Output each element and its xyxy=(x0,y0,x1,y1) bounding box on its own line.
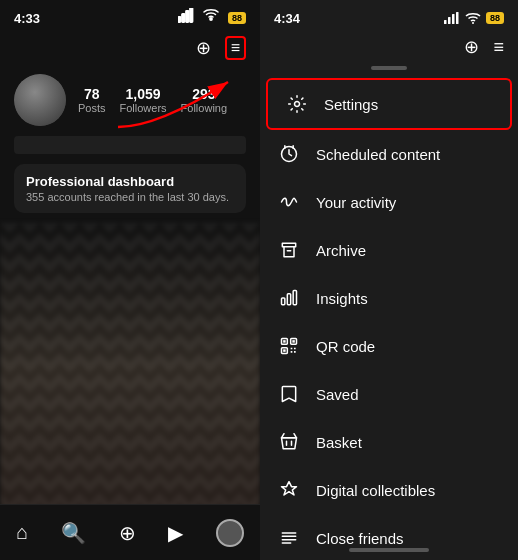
collectibles-label: Digital collectibles xyxy=(316,482,435,499)
archive-icon xyxy=(278,239,300,261)
svg-rect-14 xyxy=(287,294,290,305)
svg-rect-15 xyxy=(293,291,296,305)
menu-list: Settings Scheduled content Your activity xyxy=(260,78,518,560)
left-panel: 4:33 88 ⊕ ≡ 78 xyxy=(0,0,260,560)
menu-item-saved[interactable]: Saved xyxy=(260,370,518,418)
activity-svg xyxy=(279,192,299,212)
settings-svg xyxy=(287,94,307,114)
svg-rect-13 xyxy=(282,298,285,305)
basket-svg xyxy=(279,432,299,452)
posts-count: 78 xyxy=(84,86,100,102)
svg-rect-3 xyxy=(190,8,193,22)
bookmark-svg xyxy=(279,384,299,404)
scheduled-label: Scheduled content xyxy=(316,146,440,163)
menu-icon-right[interactable]: ≡ xyxy=(493,37,504,58)
profile-section: 78 Posts 1,059 Followers 293 Following xyxy=(0,64,260,136)
svg-rect-21 xyxy=(283,349,286,352)
activity-icon xyxy=(278,191,300,213)
svg-rect-6 xyxy=(444,20,447,24)
add-nav-icon[interactable]: ⊕ xyxy=(119,521,136,545)
top-bar-left: ⊕ ≡ xyxy=(0,32,260,64)
following-stat: 293 Following xyxy=(181,86,227,114)
svg-rect-19 xyxy=(292,340,295,343)
qrcode-label: QR code xyxy=(316,338,375,355)
add-icon-right[interactable]: ⊕ xyxy=(464,36,479,58)
basket-label: Basket xyxy=(316,434,362,451)
menu-item-basket[interactable]: Basket xyxy=(260,418,518,466)
insights-svg xyxy=(279,288,299,308)
posts-stat: 78 Posts xyxy=(78,86,106,114)
settings-icon xyxy=(286,93,308,115)
basket-icon xyxy=(278,431,300,453)
closefriends-label: Close friends xyxy=(316,530,404,547)
qr-icon xyxy=(278,335,300,357)
top-bar-right: ⊕ ≡ xyxy=(260,32,518,62)
collectibles-icon xyxy=(278,479,300,501)
right-panel: 4:34 88 ⊕ ≡ xyxy=(260,0,518,560)
home-indicator-bar xyxy=(260,548,518,552)
hamburger-menu-icon[interactable]: ≡ xyxy=(225,36,246,60)
svg-rect-9 xyxy=(456,12,459,24)
search-nav-icon[interactable]: 🔍 xyxy=(61,521,86,545)
list-svg xyxy=(279,528,299,548)
dashboard-subtitle: 355 accounts reached in the last 30 days… xyxy=(26,191,234,203)
add-icon[interactable]: ⊕ xyxy=(196,37,211,59)
menu-item-insights[interactable]: Insights xyxy=(260,274,518,322)
insights-icon xyxy=(278,287,300,309)
following-label: Following xyxy=(181,102,227,114)
menu-item-closefriends[interactable]: Close friends xyxy=(260,514,518,560)
profile-nav-icon[interactable] xyxy=(216,519,244,547)
battery-badge: 88 xyxy=(228,12,246,24)
svg-rect-1 xyxy=(182,14,185,22)
menu-item-collectibles[interactable]: Digital collectibles xyxy=(260,466,518,514)
dashboard-title: Professional dashboard xyxy=(26,174,234,189)
time-left: 4:33 xyxy=(14,11,40,26)
svg-rect-2 xyxy=(186,11,189,22)
status-bar-right: 4:34 88 xyxy=(260,0,518,32)
status-icons-right: 88 xyxy=(444,12,504,24)
svg-rect-17 xyxy=(283,340,286,343)
signal-icon xyxy=(178,8,198,28)
following-count: 293 xyxy=(192,86,215,102)
menu-item-scheduled[interactable]: Scheduled content xyxy=(260,130,518,178)
home-nav-icon[interactable]: ⌂ xyxy=(16,521,28,544)
bookmark-icon xyxy=(278,383,300,405)
professional-dashboard[interactable]: Professional dashboard 355 accounts reac… xyxy=(14,164,246,213)
insights-label: Insights xyxy=(316,290,368,307)
svg-point-10 xyxy=(472,22,474,24)
followers-count: 1,059 xyxy=(126,86,161,102)
activity-label: Your activity xyxy=(316,194,396,211)
wifi-icon-right xyxy=(465,12,481,24)
menu-item-qrcode[interactable]: QR code xyxy=(260,322,518,370)
archive-svg xyxy=(279,240,299,260)
battery-badge-right: 88 xyxy=(486,12,504,24)
status-bar-left: 4:33 88 xyxy=(0,0,260,32)
status-icons-left: 88 xyxy=(178,8,246,28)
avatar xyxy=(14,74,66,126)
archive-label: Archive xyxy=(316,242,366,259)
calendar-icon xyxy=(278,143,300,165)
home-indicator xyxy=(349,548,429,552)
posts-label: Posts xyxy=(78,102,106,114)
list-icon xyxy=(278,527,300,549)
svg-point-4 xyxy=(210,18,212,20)
reels-nav-icon[interactable]: ▶ xyxy=(168,521,183,545)
followers-stat: 1,059 Followers xyxy=(120,86,167,114)
menu-item-activity[interactable]: Your activity xyxy=(260,178,518,226)
settings-label: Settings xyxy=(324,96,378,113)
menu-item-settings[interactable]: Settings xyxy=(266,78,512,130)
time-right: 4:34 xyxy=(274,11,300,26)
signal-icon-right xyxy=(444,12,460,24)
collectibles-svg xyxy=(279,480,299,500)
svg-rect-7 xyxy=(448,17,451,24)
menu-item-archive[interactable]: Archive xyxy=(260,226,518,274)
wifi-icon xyxy=(203,8,223,28)
saved-label: Saved xyxy=(316,386,359,403)
svg-point-11 xyxy=(295,102,300,107)
svg-rect-0 xyxy=(178,17,181,22)
followers-label: Followers xyxy=(120,102,167,114)
photo-grid xyxy=(0,223,260,513)
stats: 78 Posts 1,059 Followers 293 Following xyxy=(78,86,227,114)
qr-svg xyxy=(279,336,299,356)
username-bar xyxy=(14,136,246,154)
